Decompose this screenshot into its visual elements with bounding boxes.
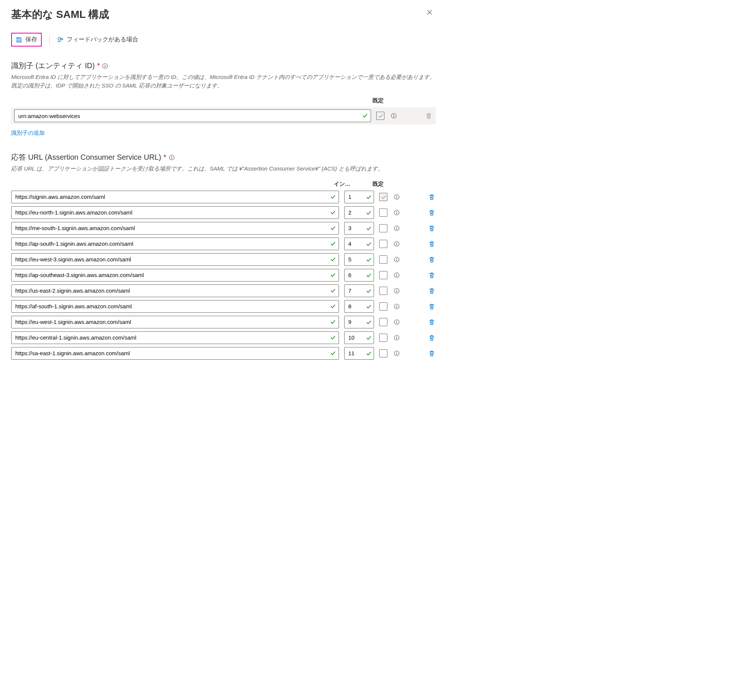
reply-index-input-wrap xyxy=(344,222,374,234)
reply-delete-button[interactable] xyxy=(428,209,436,217)
identifier-description: Microsoft Entra ID に対してアプリケーションを識別する一意の … xyxy=(11,73,436,90)
check-icon xyxy=(330,272,336,278)
reply-delete-button[interactable] xyxy=(428,224,436,232)
trash-icon xyxy=(428,350,435,357)
trash-icon xyxy=(428,303,435,310)
reply-delete-button[interactable] xyxy=(428,334,436,342)
reply-delete-button[interactable] xyxy=(428,271,436,279)
reply-url-input[interactable] xyxy=(11,347,339,360)
reply-default-col: 既定 xyxy=(372,181,436,188)
identifier-section-title: 識別子 (エンティティ ID) * xyxy=(11,61,436,71)
reply-url-input[interactable] xyxy=(11,300,339,313)
reply-default-checkbox[interactable] xyxy=(379,209,387,217)
check-icon xyxy=(330,194,336,200)
save-button[interactable]: 保存 xyxy=(11,33,42,46)
reply-url-input[interactable] xyxy=(11,222,339,234)
info-icon xyxy=(394,350,400,356)
check-icon xyxy=(330,225,336,231)
reply-index-input-wrap xyxy=(344,206,374,219)
trash-icon xyxy=(428,334,435,341)
reply-delete-button[interactable] xyxy=(428,318,436,326)
close-button[interactable] xyxy=(423,7,436,17)
reply-default-checkbox[interactable] xyxy=(379,224,387,232)
check-icon xyxy=(366,241,371,246)
info-icon xyxy=(394,288,400,294)
reply-info-button[interactable] xyxy=(393,193,401,201)
reply-default-checkbox[interactable] xyxy=(379,287,387,295)
reply-index-input-wrap xyxy=(344,237,374,250)
check-icon xyxy=(366,319,371,325)
reply-default-checkbox[interactable] xyxy=(379,334,387,342)
reply-default-checkbox[interactable] xyxy=(379,193,387,201)
reply-index-input-wrap xyxy=(344,269,374,282)
trash-icon xyxy=(428,194,435,200)
reply-delete-button[interactable] xyxy=(428,255,436,264)
check-icon xyxy=(366,194,371,200)
reply-default-checkbox[interactable] xyxy=(379,271,387,279)
reply-row xyxy=(11,269,436,282)
save-label: 保存 xyxy=(25,36,37,43)
info-icon xyxy=(391,113,397,119)
identifier-delete-button[interactable] xyxy=(425,112,433,120)
trash-icon xyxy=(428,287,435,294)
reply-info-button[interactable] xyxy=(393,271,401,279)
check-icon xyxy=(330,288,336,294)
reply-index-input-wrap xyxy=(344,316,374,328)
reply-url-input[interactable] xyxy=(11,253,339,266)
reply-url-input-wrap xyxy=(11,222,339,234)
add-identifier-link[interactable]: 識別子の追加 xyxy=(11,130,45,137)
page-title: 基本的な SAML 構成 xyxy=(11,7,109,22)
reply-row xyxy=(11,206,436,219)
reply-delete-button[interactable] xyxy=(428,287,436,295)
reply-info-button[interactable] xyxy=(393,318,401,326)
reply-url-input-wrap xyxy=(11,300,339,313)
reply-url-input[interactable] xyxy=(11,316,339,328)
info-icon[interactable] xyxy=(169,155,175,160)
info-icon xyxy=(394,225,400,231)
reply-default-checkbox[interactable] xyxy=(379,255,387,264)
reply-default-checkbox[interactable] xyxy=(379,240,387,248)
reply-delete-button[interactable] xyxy=(428,302,436,310)
reply-info-button[interactable] xyxy=(393,224,401,232)
reply-column-headers: イン… 既定 xyxy=(11,181,436,188)
reply-info-button[interactable] xyxy=(393,334,401,342)
reply-url-input[interactable] xyxy=(11,285,339,297)
reply-delete-button[interactable] xyxy=(428,349,436,357)
reply-info-button[interactable] xyxy=(393,287,401,295)
check-icon xyxy=(366,210,371,215)
reply-url-input[interactable] xyxy=(11,331,339,344)
check-icon xyxy=(330,350,336,356)
identifier-info-button[interactable] xyxy=(390,112,398,120)
reply-index-input-wrap xyxy=(344,253,374,266)
reply-url-input[interactable] xyxy=(11,191,339,203)
info-icon[interactable] xyxy=(102,63,108,69)
identifier-input[interactable] xyxy=(14,109,371,122)
reply-index-input-wrap xyxy=(344,331,374,344)
reply-info-button[interactable] xyxy=(393,209,401,217)
reply-default-checkbox[interactable] xyxy=(379,318,387,326)
trash-icon xyxy=(428,256,435,263)
reply-url-input[interactable] xyxy=(11,269,339,282)
reply-default-checkbox[interactable] xyxy=(379,302,387,310)
reply-delete-button[interactable] xyxy=(428,193,436,201)
reply-delete-button[interactable] xyxy=(428,240,436,248)
reply-row xyxy=(11,237,436,250)
reply-description: 応答 URL は、アプリケーションが認証トークンを受け取る場所です。これは、SA… xyxy=(11,164,436,173)
check-icon xyxy=(378,113,383,118)
reply-url-input[interactable] xyxy=(11,237,339,250)
reply-index-col: イン… xyxy=(334,181,366,188)
reply-default-checkbox[interactable] xyxy=(379,349,387,357)
trash-icon xyxy=(428,209,435,216)
feedback-button[interactable]: フィードバックがある場合 xyxy=(57,36,138,43)
reply-info-button[interactable] xyxy=(393,240,401,248)
reply-url-input-wrap xyxy=(11,206,339,219)
info-icon xyxy=(394,257,400,263)
reply-url-input[interactable] xyxy=(11,206,339,219)
check-icon xyxy=(330,241,336,247)
reply-info-button[interactable] xyxy=(393,302,401,310)
reply-info-button[interactable] xyxy=(393,349,401,357)
reply-info-button[interactable] xyxy=(393,255,401,264)
reply-url-input-wrap xyxy=(11,331,339,344)
identifier-default-checkbox[interactable] xyxy=(376,112,384,120)
required-marker: * xyxy=(163,153,166,161)
